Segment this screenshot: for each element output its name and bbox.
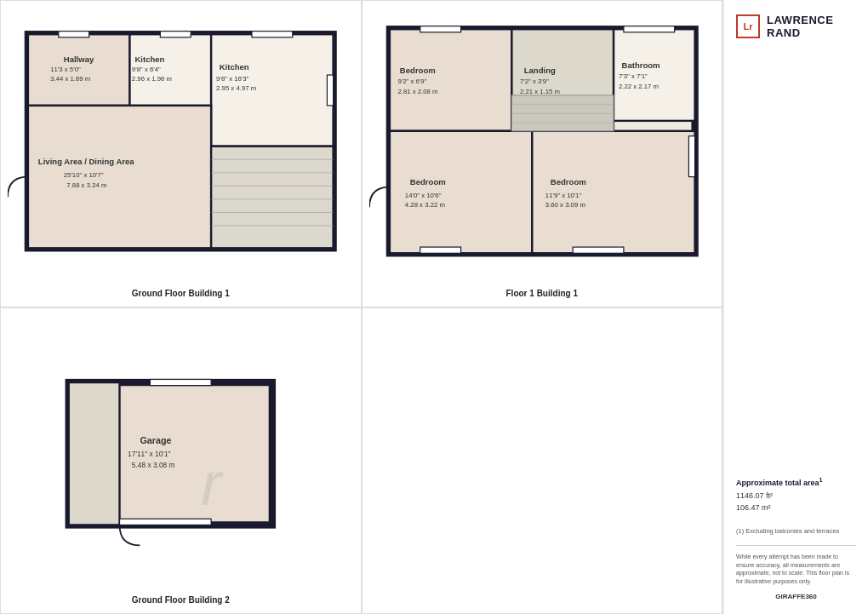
svg-text:11'3 x 5'0": 11'3 x 5'0" [50, 66, 81, 73]
svg-text:Landing: Landing [523, 66, 555, 75]
svg-text:r: r [201, 449, 224, 517]
svg-rect-6 [59, 32, 89, 37]
svg-text:Living Area / Dining Area: Living Area / Dining Area [38, 157, 135, 166]
svg-text:9'2" x 6'9": 9'2" x 6'9" [397, 77, 426, 85]
svg-text:Bedroom: Bedroom [399, 66, 435, 75]
svg-text:Hallway: Hallway [64, 55, 94, 64]
panel-floor1-b1: Bedroom 9'2" x 6'9" 2.81 x 2.08 m Bathro… [362, 0, 723, 307]
footnote-1: (1) Excluding balconies and terraces [736, 527, 856, 537]
floor-plans-grid: Hallway 11'3 x 5'0" 3.44 x 1.69 m Kitche… [0, 0, 723, 614]
svg-text:2.96 x 1.96 m: 2.96 x 1.96 m [132, 75, 172, 83]
svg-rect-55 [511, 95, 614, 131]
floorplan-ground-b1: Hallway 11'3 x 5'0" 3.44 x 1.69 m Kitche… [8, 8, 354, 285]
svg-text:11'9" x 10'1": 11'9" x 10'1" [545, 192, 581, 199]
svg-rect-10 [211, 146, 333, 249]
svg-rect-36 [623, 26, 674, 32]
area-m2: 106.47 m² [736, 502, 856, 514]
area-section: Approximate total area1 1146.07 ft² 106.… [736, 477, 856, 514]
brand-logo: Lr [736, 14, 760, 38]
svg-rect-8 [252, 32, 293, 37]
svg-text:9'8" x 16'3": 9'8" x 16'3" [216, 75, 249, 83]
svg-text:17'11" x 10'1": 17'11" x 10'1" [128, 450, 171, 458]
svg-text:Bedroom: Bedroom [409, 177, 445, 186]
svg-rect-38 [420, 247, 460, 253]
area-title-text: Approximate total area [736, 479, 819, 487]
panel-ground-floor-b1: Hallway 11'3 x 5'0" 3.44 x 1.69 m Kitche… [0, 0, 362, 307]
svg-text:5.48 x 3.08 m: 5.48 x 3.08 m [132, 461, 175, 469]
svg-text:Garage: Garage [140, 434, 171, 445]
svg-rect-61 [150, 379, 211, 385]
floorplan-floor1-b1: Bedroom 9'2" x 6'9" 2.81 x 2.08 m Bathro… [369, 8, 716, 285]
sidebar: Lr LAWRENCE RAND Approximate total area1… [723, 0, 868, 614]
panel-ground-floor-b2: Garage 17'11" x 10'1" 5.48 x 3.08 m r Gr… [0, 307, 362, 615]
svg-rect-7 [160, 32, 191, 37]
svg-text:Bathroom: Bathroom [621, 60, 660, 70]
svg-text:14'0" x 10'6": 14'0" x 10'6" [404, 192, 441, 199]
svg-text:Bedroom: Bedroom [550, 177, 585, 186]
disclaimer: While every attempt has been made to ens… [736, 545, 856, 586]
brand-name: LAWRENCE RAND [767, 14, 856, 39]
panel-ground-b2-label: Ground Floor Building 2 [132, 592, 230, 606]
brand-logo-text: Lr [744, 21, 753, 32]
svg-rect-62 [120, 519, 212, 525]
svg-text:2.95 x 4.97 m: 2.95 x 4.97 m [216, 84, 256, 92]
svg-text:7'2" x 3'9": 7'2" x 3'9" [519, 77, 548, 85]
svg-rect-37 [688, 136, 694, 177]
area-ft2: 1146.07 ft² [736, 491, 856, 502]
svg-text:Kitchen: Kitchen [220, 62, 249, 72]
svg-text:4.28 x 3.22 m: 4.28 x 3.22 m [404, 201, 444, 209]
svg-text:2.81 x 2.08 m: 2.81 x 2.08 m [397, 88, 437, 95]
panel-floor1-b1-label: Floor 1 Building 1 [506, 285, 578, 300]
svg-text:3.44 x 1.69 m: 3.44 x 1.69 m [50, 75, 90, 83]
brand: Lr LAWRENCE RAND [736, 14, 856, 39]
svg-text:2.22 x 2.17 m: 2.22 x 2.17 m [618, 83, 658, 90]
svg-text:2.21 x 1.15 m: 2.21 x 1.15 m [519, 88, 559, 95]
panel-empty [362, 307, 723, 615]
svg-text:7'3" x 7'1": 7'3" x 7'1" [618, 72, 647, 80]
area-footnote-num: 1 [819, 477, 823, 483]
svg-text:9'8" x 6'4": 9'8" x 6'4" [132, 66, 161, 73]
svg-rect-9 [327, 75, 333, 106]
svg-rect-60 [69, 382, 120, 525]
svg-rect-4 [28, 106, 211, 248]
svg-text:Kitchen: Kitchen [134, 55, 164, 64]
panel-ground-b1-label: Ground Floor Building 1 [132, 285, 230, 300]
area-title: Approximate total area1 [736, 477, 856, 487]
floorplan-ground-b2: Garage 17'11" x 10'1" 5.48 x 3.08 m r [8, 315, 354, 593]
svg-rect-39 [573, 247, 624, 253]
svg-text:7.88 x 3.24 m: 7.88 x 3.24 m [66, 181, 106, 189]
powered-by: GIRAFFE360 [736, 593, 856, 600]
svg-text:25'10" x 10'7": 25'10" x 10'7" [64, 171, 104, 179]
svg-rect-35 [420, 26, 460, 32]
svg-text:3.60 x 3.09 m: 3.60 x 3.09 m [545, 201, 585, 209]
